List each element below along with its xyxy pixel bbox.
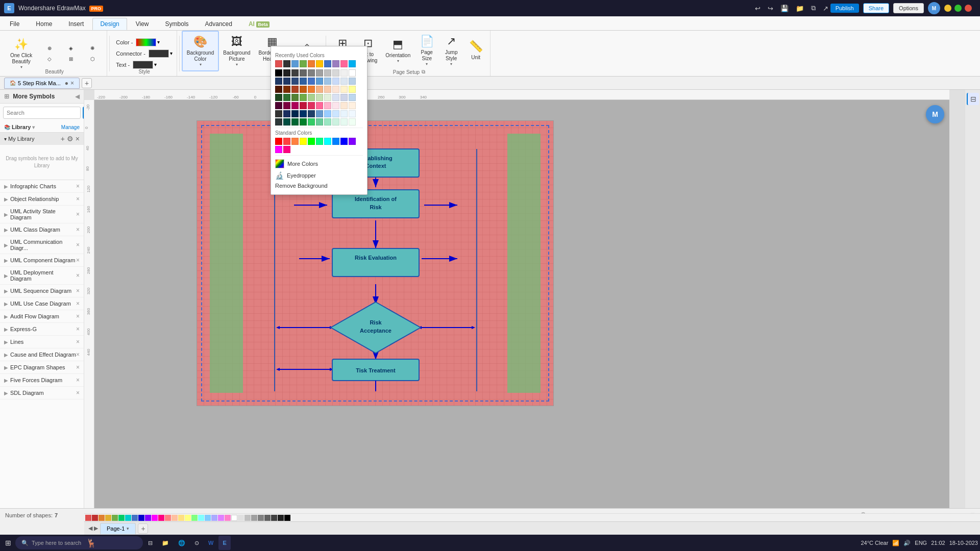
color-cell[interactable] xyxy=(283,110,290,117)
color-cell[interactable] xyxy=(291,86,299,93)
color-bar-cell[interactable] xyxy=(238,515,244,521)
color-cell[interactable] xyxy=(291,60,299,67)
menu-home[interactable]: Home xyxy=(28,18,60,30)
color-cell[interactable] xyxy=(283,94,290,101)
standard-color-cell[interactable] xyxy=(324,138,331,145)
color-cell[interactable] xyxy=(291,78,299,85)
color-cell[interactable] xyxy=(324,110,331,117)
color-cell[interactable] xyxy=(308,86,315,93)
color-cell[interactable] xyxy=(316,118,323,126)
menu-insert[interactable]: Insert xyxy=(61,18,91,30)
color-cell[interactable] xyxy=(283,118,290,126)
standard-color-cell[interactable] xyxy=(308,138,315,145)
sidebar-item-uml-deploy[interactable]: ▶ UML Deployment Diagram × xyxy=(0,267,84,285)
color-cell[interactable] xyxy=(275,94,282,101)
connector-dropdown-arrow[interactable]: ▾ xyxy=(170,51,173,56)
standard-color-cell[interactable] xyxy=(275,138,282,145)
color-cell[interactable] xyxy=(324,102,331,109)
color-cell[interactable] xyxy=(324,94,331,101)
beautify-btn2[interactable]: ◈ xyxy=(61,44,81,53)
color-bar-cell[interactable] xyxy=(178,515,184,521)
standard-color-cell[interactable] xyxy=(291,138,299,145)
color-bar-cell[interactable] xyxy=(185,515,191,521)
page-size-btn[interactable]: 📄 PageSize ▾ xyxy=(414,30,439,71)
sidebar-item-uml-usecase[interactable]: ▶ UML Use Case Diagram × xyxy=(0,297,84,310)
color-dropdown-arrow[interactable]: ▾ xyxy=(157,39,160,45)
color-cell[interactable] xyxy=(316,86,323,93)
canvas-bg[interactable]: Establishing Context Identification of R… xyxy=(94,100,949,508)
page-tab-dropdown[interactable]: ▾ xyxy=(127,526,129,531)
page-prev-btn[interactable]: ◀ xyxy=(88,525,92,532)
sidebar-item-close[interactable]: × xyxy=(76,183,80,190)
color-cell[interactable] xyxy=(349,94,356,101)
beautify-btn6[interactable]: ⬡ xyxy=(82,55,103,63)
properties-toggle-btn[interactable]: ⊟ xyxy=(967,93,979,105)
color-bar-cell[interactable] xyxy=(138,515,144,521)
doc-tab-close[interactable]: × xyxy=(70,80,74,87)
color-cell[interactable] xyxy=(316,110,323,117)
sidebar-item-close[interactable]: × xyxy=(76,313,80,320)
orientation-btn[interactable]: ⬒ Orientation ▾ xyxy=(381,30,414,71)
color-bar-cell[interactable] xyxy=(112,515,118,521)
color-cell[interactable] xyxy=(275,102,282,109)
sidebar-item-close[interactable]: × xyxy=(76,287,80,294)
color-cell[interactable] xyxy=(300,60,307,67)
color-bar-cell[interactable] xyxy=(211,515,217,521)
color-cell[interactable] xyxy=(332,118,339,126)
color-cell[interactable] xyxy=(340,94,348,101)
sidebar-item-sdl[interactable]: ▶ SDL Diagram × xyxy=(0,387,84,399)
color-cell[interactable] xyxy=(332,110,339,117)
color-cell[interactable] xyxy=(349,69,356,77)
sidebar-item-close[interactable]: × xyxy=(76,300,80,307)
standard-color-cell[interactable] xyxy=(283,138,290,145)
word-btn[interactable]: W xyxy=(204,536,217,550)
sidebar-item-close[interactable]: × xyxy=(76,226,80,233)
color-cell[interactable] xyxy=(349,78,356,85)
color-cell[interactable] xyxy=(275,69,282,77)
sidebar-item-uml-seq[interactable]: ▶ UML Sequence Diagram × xyxy=(0,285,84,297)
options-btn[interactable]: Options xyxy=(893,3,924,13)
sidebar-item-uml-comp[interactable]: ▶ UML Component Diagram × xyxy=(0,254,84,267)
standard-color-cell[interactable] xyxy=(283,146,290,153)
sidebar-item-close[interactable]: × xyxy=(76,241,80,248)
color-bar-cell[interactable] xyxy=(191,515,198,521)
color-cell[interactable] xyxy=(275,78,282,85)
color-cell[interactable] xyxy=(332,102,339,109)
color-cell[interactable] xyxy=(291,110,299,117)
menu-design[interactable]: Design xyxy=(92,18,127,30)
open-btn[interactable]: 📁 xyxy=(794,4,806,13)
standard-color-cell[interactable] xyxy=(300,138,307,145)
publish-btn[interactable]: Publish xyxy=(830,4,859,13)
canvas-area[interactable]: -220 -200 -180 -160 -140 -120 -60 0 40 8… xyxy=(84,90,965,508)
redo-btn[interactable]: ↪ xyxy=(766,4,775,13)
color-cell[interactable] xyxy=(349,102,356,109)
edrawmax-taskbar-btn[interactable]: E xyxy=(218,536,230,550)
color-bar-cell[interactable] xyxy=(231,515,237,521)
new-tab-btn[interactable]: + xyxy=(82,78,92,88)
page-setup-expand-btn[interactable]: ⧉ xyxy=(422,69,425,75)
standard-color-cell[interactable] xyxy=(349,138,356,145)
standard-color-cell[interactable] xyxy=(275,146,282,153)
color-bar-cell[interactable] xyxy=(251,515,257,521)
color-cell[interactable] xyxy=(308,118,315,126)
color-cell[interactable] xyxy=(340,78,348,85)
maximize-btn[interactable] xyxy=(954,5,962,12)
standard-color-cell[interactable] xyxy=(340,138,348,145)
color-bar-cell[interactable] xyxy=(118,515,125,521)
color-cell[interactable] xyxy=(308,60,315,67)
sidebar-item-uml-class[interactable]: ▶ UML Class Diagram × xyxy=(0,223,84,236)
color-bar-cell[interactable] xyxy=(271,515,277,521)
beautify-btn5[interactable]: ⊞ xyxy=(61,55,81,63)
color-bar-cell[interactable] xyxy=(278,515,284,521)
color-cell[interactable] xyxy=(324,78,331,85)
color-bar-cell[interactable] xyxy=(225,515,231,521)
color-cell[interactable] xyxy=(324,69,331,77)
color-bar-cell[interactable] xyxy=(158,515,164,521)
color-bar-cell[interactable] xyxy=(264,515,271,521)
color-cell[interactable] xyxy=(308,102,315,109)
color-cell[interactable] xyxy=(349,60,356,67)
color-cell[interactable] xyxy=(332,86,339,93)
my-library-settings-btn[interactable]: ⚙ xyxy=(67,135,74,143)
my-library-close-btn[interactable]: × xyxy=(76,135,80,143)
color-cell[interactable] xyxy=(324,60,331,67)
